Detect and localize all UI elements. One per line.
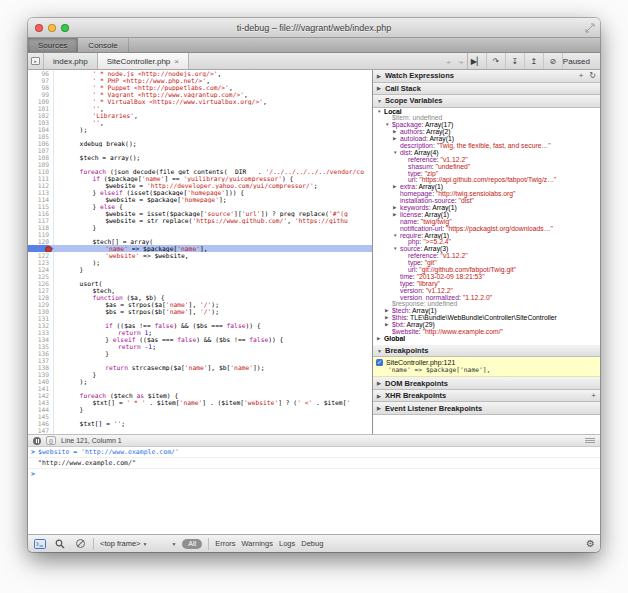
line-number-gutter[interactable]: 132	[28, 322, 54, 329]
chevron-right-icon[interactable]: ▶	[385, 308, 392, 315]
line-number-gutter[interactable]: 114	[28, 196, 54, 203]
title-bar[interactable]: ti-debug – file:///vagrant/web/index.php	[28, 18, 600, 38]
chevron-down-icon[interactable]: ▼	[385, 122, 392, 129]
scope-row-notification-url[interactable]: notification-url: "https://packagist.org…	[373, 226, 600, 233]
scope-row-keywords[interactable]: ▶keywords: Array(1)	[373, 205, 600, 212]
line-number-gutter[interactable]: 120	[28, 238, 54, 245]
section-event-listener-breakpoints[interactable]: ▶ Event Listener Breakpoints	[373, 402, 600, 415]
file-tab-sitecontroller-php[interactable]: SiteController.php ×	[97, 53, 189, 69]
scope-row-$txt[interactable]: ▶$txt: Array(29)	[373, 322, 600, 329]
console-active-prompt[interactable]: >	[28, 469, 600, 479]
line-number-gutter[interactable]: 127	[28, 287, 54, 294]
clear-console-icon[interactable]	[73, 538, 87, 550]
line-number-gutter[interactable]: 141	[28, 385, 54, 392]
filter-all[interactable]: All	[182, 539, 202, 549]
chevron-right-icon[interactable]: ▶	[385, 315, 392, 322]
scope-row-autoload[interactable]: ▶autoload: Array(1)	[373, 136, 600, 143]
scope-row-require[interactable]: ▼require: Array(1)	[373, 233, 600, 240]
breakpoint-entry[interactable]: ✓ SiteController.php:121 'name' => $pack…	[373, 357, 600, 377]
line-number-gutter[interactable]: 146	[28, 420, 54, 427]
pause-on-exceptions-icon[interactable]	[33, 437, 41, 445]
line-number-gutter[interactable]: 129	[28, 301, 54, 308]
chevron-right-icon[interactable]: ▶	[393, 136, 400, 143]
console-drawer[interactable]: > $website = 'http://www.example.com/' "…	[28, 447, 600, 534]
pretty-print-button[interactable]: {}	[46, 436, 56, 445]
scope-row-authors[interactable]: ▶authors: Array(2)	[373, 129, 600, 136]
scope-row-$package[interactable]: ▼$package: Array(17)	[373, 122, 600, 129]
line-number-gutter[interactable]: 128	[28, 294, 54, 301]
step-out-button[interactable]: ↥	[525, 53, 544, 69]
line-number-gutter[interactable]: 138	[28, 364, 54, 371]
add-xhr-breakpoint-button[interactable]: +	[591, 391, 596, 400]
section-scope-variables[interactable]: ▼ Scope Variables	[373, 95, 600, 108]
line-number-gutter[interactable]: 139	[28, 371, 54, 378]
chevron-down-icon[interactable]: ▼	[377, 109, 384, 116]
line-number-gutter[interactable]: 124	[28, 266, 54, 273]
execution-pointer-icon[interactable]: 121	[28, 245, 54, 252]
file-tab-index-php[interactable]: index.php	[44, 53, 98, 69]
scope-row-homepage[interactable]: homepage: "http://twig.sensiolabs.org"	[373, 191, 600, 198]
line-number-gutter[interactable]: 134	[28, 336, 54, 343]
scope-row-type[interactable]: type: "library"	[373, 281, 600, 288]
line-number-gutter[interactable]: 110	[28, 168, 54, 175]
line-number-gutter[interactable]: 105	[28, 133, 54, 140]
chevron-right-icon[interactable]: ▶	[377, 336, 384, 343]
context-selector-chevron-icon[interactable]: ▼	[171, 541, 176, 547]
line-number-gutter[interactable]: 96	[28, 70, 54, 77]
add-watch-button[interactable]: +	[579, 71, 584, 80]
line-number-gutter[interactable]: 97	[28, 77, 54, 84]
scope-row-time[interactable]: time: "2013-02-09 18:21:53"	[373, 274, 600, 281]
section-breakpoints[interactable]: ▼ Breakpoints	[373, 345, 600, 358]
scope-row-Global[interactable]: ▶Global	[373, 336, 600, 343]
line-number-gutter[interactable]: 99	[28, 91, 54, 98]
line-number-gutter[interactable]: 111	[28, 175, 54, 182]
chevron-right-icon[interactable]: ▶	[393, 205, 400, 212]
step-into-button[interactable]: ↧	[506, 53, 525, 69]
refresh-watch-button[interactable]: ↻	[589, 71, 596, 80]
scope-row-shasum[interactable]: shasum: "undefined"	[373, 164, 600, 171]
settings-gear-icon[interactable]: ⚙	[586, 538, 595, 549]
scope-row-name[interactable]: name: "twig/twig"	[373, 219, 600, 226]
filter-errors[interactable]: Errors	[215, 539, 235, 548]
section-watch-expressions[interactable]: ▶ Watch Expressions + ↻	[373, 70, 600, 83]
line-number-gutter[interactable]: 108	[28, 154, 54, 161]
line-number-gutter[interactable]: 135	[28, 343, 54, 350]
line-number-gutter[interactable]: 102	[28, 112, 54, 119]
scope-row-installation-source[interactable]: installation-source: "dist"	[373, 198, 600, 205]
line-number-gutter[interactable]: 103	[28, 119, 54, 126]
line-number-gutter[interactable]: 106	[28, 140, 54, 147]
scope-row-Local[interactable]: ▼Local	[373, 109, 600, 116]
chevron-right-icon[interactable]: ▶	[393, 129, 400, 136]
chevron-down-icon[interactable]: ▼	[393, 246, 400, 253]
scope-row-url[interactable]: url: "https://api.github.com/repos/fabpo…	[373, 177, 600, 184]
code-editor[interactable]: 96' * node.js <http://nodejs.org/>',97' …	[28, 70, 372, 434]
scope-row-type[interactable]: type: "git"	[373, 260, 600, 267]
line-number-gutter[interactable]: 122	[28, 252, 54, 259]
resume-button[interactable]: ▶▏	[468, 53, 487, 69]
line-number-gutter[interactable]: 131	[28, 315, 54, 322]
scope-row-source[interactable]: ▼source: Array(3)	[373, 246, 600, 253]
scope-row-license[interactable]: ▶license: Array(1)	[373, 212, 600, 219]
line-number-gutter[interactable]: 144	[28, 406, 54, 413]
scope-row-reference[interactable]: reference: "v1.12.2"	[373, 157, 600, 164]
resize-icon[interactable]	[585, 23, 595, 33]
scope-row-reference[interactable]: reference: "v1.12.2"	[373, 253, 600, 260]
line-number-gutter[interactable]: 145	[28, 413, 54, 420]
scope-row-type[interactable]: type: "zip"	[373, 171, 600, 178]
tab-console[interactable]: Console	[78, 38, 128, 52]
chevron-right-icon[interactable]: ▶	[393, 184, 400, 191]
line-number-gutter[interactable]: 119	[28, 231, 54, 238]
scope-row-$website[interactable]: $website: "http://www.example.com/"	[373, 329, 600, 336]
scope-row-$response[interactable]: $response: undefined	[373, 301, 600, 308]
filter-logs[interactable]: Logs	[279, 539, 295, 548]
line-number-gutter[interactable]: 115	[28, 203, 54, 210]
line-number-gutter[interactable]: 104	[28, 126, 54, 133]
scope-row-version_normalized[interactable]: version_normalized: "1.12.2.0"	[373, 295, 600, 302]
line-number-gutter[interactable]: 112	[28, 182, 54, 189]
close-tab-icon[interactable]: ×	[174, 57, 179, 66]
line-number-gutter[interactable]: 107	[28, 147, 54, 154]
line-number-gutter[interactable]: 123	[28, 259, 54, 266]
section-dom-breakpoints[interactable]: ▶ DOM Breakpoints	[373, 377, 600, 390]
scope-row-$item[interactable]: $item: undefined	[373, 115, 600, 122]
show-navigator-button[interactable]: ▸	[28, 53, 44, 69]
